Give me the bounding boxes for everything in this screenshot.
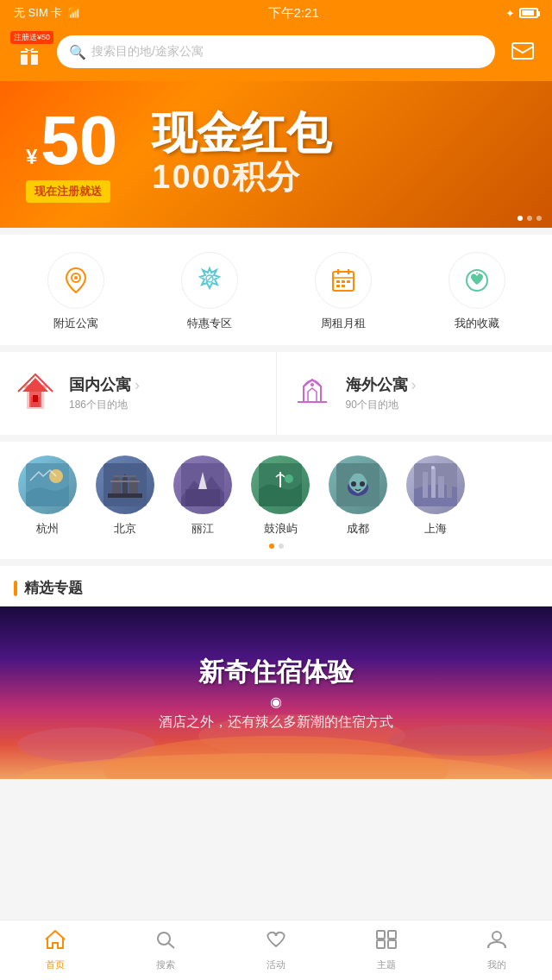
banner-amount: ¥ 50 bbox=[26, 106, 117, 175]
svg-point-20 bbox=[310, 383, 314, 386]
overseas-info: 海外公寓 › 90个目的地 bbox=[346, 374, 417, 412]
category-weekly[interactable]: 周租月租 bbox=[315, 252, 372, 331]
svg-rect-10 bbox=[342, 280, 345, 283]
banner-left: ¥ 50 现在注册就送 bbox=[0, 89, 143, 220]
banner-number: 50 bbox=[41, 106, 117, 175]
domestic-arrow: › bbox=[135, 376, 140, 394]
domestic-count: 186个目的地 bbox=[69, 398, 140, 412]
svg-point-44 bbox=[158, 933, 170, 945]
category-favorites[interactable]: 我的收藏 bbox=[448, 252, 505, 331]
category-nearby-label: 附近公寓 bbox=[53, 316, 98, 331]
city-hangzhou-label: 杭州 bbox=[36, 521, 59, 537]
search-icon: 🔍 bbox=[69, 44, 86, 60]
overseas-count: 90个目的地 bbox=[346, 398, 417, 412]
svg-point-31 bbox=[360, 481, 365, 487]
domestic-apartment[interactable]: 国内公寓 › 186个目的地 bbox=[0, 352, 277, 435]
category-discount[interactable]: 特惠专区 bbox=[181, 252, 238, 331]
city-hangzhou-avatar bbox=[18, 455, 77, 514]
city-gulangyu[interactable]: 鼓浪屿 bbox=[242, 455, 319, 537]
city-section: 杭州 北京 bbox=[0, 442, 552, 559]
banner-dots bbox=[518, 216, 542, 221]
city-gulangyu-avatar bbox=[251, 455, 310, 514]
nav-activity-label: 活动 bbox=[267, 958, 285, 971]
nav-mine-label: 我的 bbox=[487, 958, 506, 971]
category-nearby-icon bbox=[47, 252, 104, 309]
svg-rect-46 bbox=[388, 931, 396, 939]
sim-status: 无 SIM 卡 bbox=[14, 5, 62, 21]
search-bar[interactable]: 🔍 搜索目的地/途家公寓 bbox=[57, 35, 495, 68]
wifi-icon: 📶 bbox=[67, 7, 81, 20]
activity-icon bbox=[265, 929, 287, 955]
featured-banner-title: 新奇住宿体验 bbox=[198, 655, 354, 690]
banner-dot-1 bbox=[518, 216, 523, 221]
city-shanghai[interactable]: 上海 bbox=[397, 455, 474, 537]
svg-rect-11 bbox=[347, 280, 350, 283]
city-lijiang-avatar bbox=[173, 455, 232, 514]
svg-rect-45 bbox=[377, 931, 385, 939]
category-discount-icon bbox=[181, 252, 238, 309]
banner-tag: 现在注册就送 bbox=[26, 180, 110, 203]
message-button[interactable] bbox=[504, 33, 542, 71]
banner-right: 现金红包 1000积分 bbox=[143, 102, 552, 208]
nav-theme[interactable]: 主题 bbox=[331, 920, 442, 980]
city-chengdu-avatar bbox=[329, 455, 387, 514]
city-lijiang[interactable]: 丽江 bbox=[164, 455, 242, 537]
svg-rect-47 bbox=[377, 940, 385, 948]
battery-icon bbox=[519, 8, 538, 18]
nav-search[interactable]: 搜索 bbox=[110, 920, 221, 980]
overseas-title: 海外公寓 › bbox=[346, 374, 417, 395]
nav-theme-label: 主题 bbox=[377, 958, 396, 971]
svg-point-27 bbox=[285, 474, 293, 483]
city-beijing-label: 北京 bbox=[114, 521, 136, 537]
banner-main-text: 现金红包 bbox=[152, 110, 543, 155]
svg-rect-35 bbox=[438, 476, 444, 498]
city-gulangyu-label: 鼓浪屿 bbox=[264, 521, 298, 537]
city-lijiang-label: 丽江 bbox=[191, 521, 214, 537]
svg-rect-18 bbox=[24, 385, 47, 388]
featured-section: 精选专题 bbox=[0, 566, 552, 779]
banner-sub-text: 1000积分 bbox=[152, 155, 543, 199]
gift-button[interactable]: 注册送¥50 bbox=[10, 33, 48, 71]
category-weekly-label: 周租月租 bbox=[321, 316, 366, 331]
search-nav-icon bbox=[154, 929, 177, 955]
svg-point-30 bbox=[351, 481, 356, 487]
svg-rect-12 bbox=[336, 285, 340, 287]
city-hangzhou[interactable]: 杭州 bbox=[9, 455, 86, 537]
category-discount-label: 特惠专区 bbox=[187, 316, 232, 331]
promo-banner[interactable]: ¥ 50 现在注册就送 现金红包 1000积分 bbox=[0, 81, 552, 228]
banner-dot-3 bbox=[536, 216, 542, 221]
nav-home[interactable]: 首页 bbox=[0, 920, 110, 980]
overseas-apartment[interactable]: 海外公寓 › 90个目的地 bbox=[277, 352, 553, 435]
nav-search-label: 搜索 bbox=[156, 958, 175, 971]
category-section: 附近公寓 特惠专区 bbox=[0, 235, 552, 345]
theme-icon bbox=[375, 929, 398, 955]
nav-mine[interactable]: 我的 bbox=[442, 920, 552, 980]
category-favorites-label: 我的收藏 bbox=[455, 316, 499, 331]
city-dot-2 bbox=[279, 543, 284, 549]
featured-header: 精选专题 bbox=[0, 566, 552, 606]
city-beijing[interactable]: 北京 bbox=[86, 455, 164, 537]
featured-banner[interactable]: 新奇住宿体验 ◉ 酒店之外，还有辣么多新潮的住宿方式 bbox=[0, 606, 552, 779]
city-dot-1 bbox=[269, 543, 274, 549]
gift-icon bbox=[17, 42, 41, 70]
category-favorites-icon bbox=[448, 252, 505, 309]
svg-rect-3 bbox=[21, 53, 38, 54]
city-chengdu-label: 成都 bbox=[347, 521, 369, 537]
city-chengdu[interactable]: 成都 bbox=[319, 455, 397, 537]
profile-icon bbox=[486, 929, 508, 955]
overseas-arrow: › bbox=[411, 376, 417, 394]
home-icon bbox=[44, 929, 66, 955]
featured-accent-bar bbox=[14, 581, 17, 596]
status-bar: 无 SIM 卡 📶 下午2:21 ✦ bbox=[0, 0, 552, 26]
svg-rect-34 bbox=[431, 468, 436, 498]
header: 注册送¥50 🔍 搜索目的地/途家公寓 bbox=[0, 26, 552, 81]
category-nearby[interactable]: 附近公寓 bbox=[47, 252, 104, 331]
search-placeholder: 搜索目的地/途家公寓 bbox=[91, 44, 204, 60]
svg-rect-4 bbox=[512, 43, 533, 59]
svg-point-49 bbox=[492, 932, 501, 940]
featured-banner-sub: 酒店之外，还有辣么多新潮的住宿方式 bbox=[159, 713, 393, 732]
city-shanghai-label: 上海 bbox=[424, 521, 447, 537]
nav-activity[interactable]: 活动 bbox=[221, 920, 331, 980]
svg-rect-33 bbox=[423, 472, 428, 498]
svg-point-6 bbox=[74, 276, 78, 280]
